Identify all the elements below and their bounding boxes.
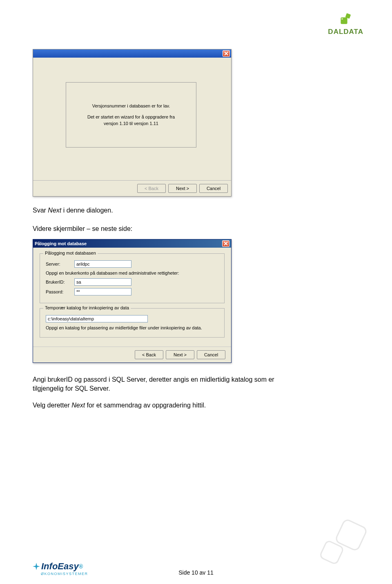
dialog2-body: Pålogging mot databasen Server: Oppgi en… <box>33 248 231 347</box>
next-button[interactable]: Next > <box>166 350 194 359</box>
wizard-message-box: Versjonsnummer i databasen er for lav. D… <box>66 82 196 148</box>
tempdir-groupbox: Temporær katalog for innkopiering av dat… <box>40 308 225 338</box>
dialog2-titlebar: Pålogging mot database <box>33 239 231 248</box>
admin-account-desc: Oppgi en brukerkonto på databasen med ad… <box>46 270 218 276</box>
groupbox-title: Temporær katalog for innkopiering av dat… <box>43 305 131 310</box>
msg-line: Versjonsnummer i databasen er for lav. <box>92 103 170 110</box>
back-button: < Back <box>137 184 166 193</box>
login-groupbox: Pålogging mot databasen Server: Oppgi en… <box>40 253 225 303</box>
cancel-button[interactable]: Cancel <box>197 350 225 359</box>
brukerid-input[interactable] <box>74 278 131 286</box>
dialog1-body: Versjonsnummer i databasen er for lav. D… <box>33 58 231 180</box>
passord-input[interactable] <box>74 288 131 295</box>
star-icon <box>33 563 40 570</box>
groupbox-title: Pålogging mot databasen <box>43 251 98 255</box>
daldata-icon <box>339 12 353 27</box>
daldata-text: DALDATA <box>328 28 363 36</box>
instruction-para-1: Svar Next i denne dialogen. <box>33 206 359 215</box>
tempdir-desc: Oppgi en katalog for plassering av midle… <box>46 325 218 331</box>
instruction-para-2: Videre skjermbiler – se neste side: <box>33 225 359 233</box>
close-icon[interactable] <box>222 240 229 247</box>
infoeasy-subtitle: ØKONOMISYSTEMER <box>41 572 88 576</box>
database-login-dialog: Pålogging mot database Pålogging mot dat… <box>33 239 232 363</box>
server-input[interactable] <box>74 260 131 268</box>
close-icon[interactable] <box>223 50 230 57</box>
infoeasy-text: InfoEasy <box>41 561 79 572</box>
instruction-para-4: Velg deretter Next for et sammendrag av … <box>33 401 359 410</box>
tempdir-input[interactable] <box>46 315 148 322</box>
dialog1-titlebar <box>33 49 231 58</box>
dialog1-button-row: < Back Next > Cancel <box>33 180 231 196</box>
dialog2-title: Pålogging mot database <box>35 241 87 246</box>
next-button[interactable]: Next > <box>168 184 197 193</box>
page-number: Side 10 av 11 <box>178 569 214 576</box>
msg-line: versjon 1.10 til versjon 1.11 <box>104 120 158 127</box>
dialog2-button-row: < Back Next > Cancel <box>33 347 231 362</box>
brukerid-label: BrukerID: <box>46 280 74 284</box>
infoeasy-logo: InfoEasy® ØKONOMISYSTEMER <box>33 561 88 576</box>
upgrade-wizard-dialog: Versjonsnummer i databasen er for lav. D… <box>33 49 232 197</box>
svg-rect-2 <box>341 18 343 20</box>
cancel-button[interactable]: Cancel <box>199 184 228 193</box>
passord-label: Passord: <box>46 289 74 294</box>
server-label: Server: <box>46 262 74 266</box>
page-footer: InfoEasy® ØKONOMISYSTEMER Side 10 av 11 <box>33 561 359 576</box>
daldata-logo: DALDATA <box>328 12 363 36</box>
instruction-para-3: Angi brukerID og passord i SQL Server, d… <box>33 375 286 393</box>
msg-line: Det er startet en wizard for å oppgrader… <box>87 114 175 121</box>
back-button[interactable]: < Back <box>135 350 163 359</box>
